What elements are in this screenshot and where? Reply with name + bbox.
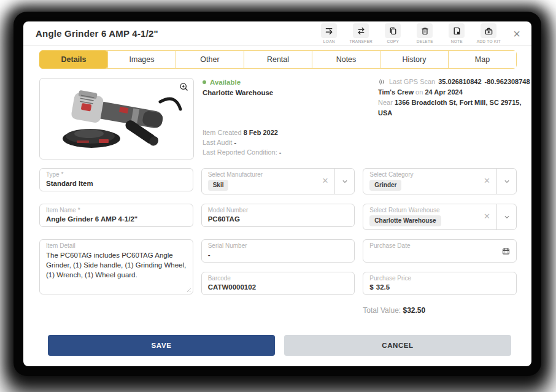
modal-footer: SAVE CANCEL (48, 335, 511, 356)
barcode-field[interactable]: Barcode CATW0000102 (201, 272, 355, 295)
currency-symbol: $ (369, 283, 373, 291)
manufacturer-chip[interactable]: Skil (208, 180, 229, 191)
gps-longitude: -80.962308748 (485, 77, 530, 87)
item-detail-value: The PC60TAG includes PC60TAG Angle Grind… (46, 250, 187, 280)
transfer-arrows-icon (353, 23, 369, 38)
manufacturer-select[interactable]: Select Manufacturer Skil ✕ (201, 168, 355, 194)
tab-other[interactable]: Other (176, 51, 244, 68)
item-created-label: Item Created (203, 129, 242, 136)
gps-near-label: Near (378, 99, 393, 106)
item-created-row: Item Created 8 Feb 2022 (203, 128, 362, 137)
item-meta: Item Created 8 Feb 2022 Last Audit - Las… (203, 128, 362, 157)
status-column: Available Charlotte Warehouse (203, 79, 350, 96)
product-image (40, 79, 193, 159)
barcode-value: CATW0000102 (208, 283, 349, 291)
item-detail-textarea[interactable]: Item Detail The PC60TAG includes PC60TAG… (39, 239, 193, 294)
tab-notes[interactable]: Notes (312, 51, 380, 68)
purchase-price-value: 32.5 (376, 283, 390, 291)
tab-rental[interactable]: Rental (244, 51, 312, 68)
tab-history[interactable]: History (380, 51, 448, 68)
gps-scan-date: 24 Apr 2024 (425, 88, 462, 96)
availability-label: Available (210, 79, 241, 86)
total-value-row: Total Value: $32.50 (363, 306, 517, 315)
loan-button[interactable]: LOAN (315, 23, 342, 44)
tab-map[interactable]: Map (448, 51, 516, 68)
gps-address-row: Near 1366 Broadcloth St, Fort Mill, SC 2… (378, 98, 533, 118)
model-number-value: PC60TAG (208, 215, 349, 223)
category-chip[interactable]: Grinder (369, 180, 401, 191)
item-title: Angle Grinder 6 AMP 4-1/2" (36, 28, 315, 39)
copy-button[interactable]: COPY (379, 23, 406, 44)
return-warehouse-clear-icon[interactable]: ✕ (484, 212, 490, 221)
status-dot-icon (203, 80, 206, 84)
resize-handle[interactable] (185, 286, 191, 292)
gps-signal-icon (378, 78, 386, 86)
trash-icon (417, 23, 433, 38)
gps-address: 1366 Broadcloth St, Fort Mill, SC 29715,… (378, 99, 522, 117)
cancel-button[interactable]: CANCEL (284, 335, 511, 356)
page-background: Angle Grinder 6 AMP 4-1/2" LOAN TRANSFER (0, 0, 556, 392)
modal-header: Angle Grinder 6 AMP 4-1/2" LOAN TRANSFER (23, 21, 531, 46)
gps-scan-row: Last GPS Scan 35.026810842 -80.962308748 (378, 77, 533, 87)
item-summary-section: Available Charlotte Warehouse Item Creat… (39, 77, 517, 159)
copy-label: COPY (387, 39, 400, 44)
manufacturer-clear-icon[interactable]: ✕ (322, 176, 328, 185)
close-icon[interactable]: × (511, 28, 523, 40)
magnifier-zoom-icon[interactable] (179, 82, 189, 94)
category-clear-icon[interactable]: ✕ (484, 176, 490, 185)
transfer-label: TRANSFER (350, 39, 373, 44)
note-label: NOTE (451, 39, 463, 44)
gps-column: Last GPS Scan 35.026810842 -80.962308748… (378, 77, 533, 118)
last-audit-label: Last Audit (203, 139, 232, 146)
type-label: Type * (46, 171, 187, 179)
loan-label: LOAN (323, 39, 335, 44)
delete-button[interactable]: DELETE (411, 23, 438, 44)
delete-label: DELETE (417, 39, 433, 44)
toolbar-actions: LOAN TRANSFER COPY (315, 23, 502, 44)
gps-on-word: on (415, 88, 423, 96)
last-reported-value: - (279, 148, 282, 156)
item-name-label: Item Name * (46, 207, 187, 214)
type-value: Standard Item (46, 179, 187, 188)
model-number-label: Model Number (208, 207, 349, 214)
item-detail-modal: Angle Grinder 6 AMP 4-1/2" LOAN TRANSFER (23, 21, 531, 366)
toolbox-plus-icon (481, 23, 496, 38)
note-button[interactable]: NOTE (443, 23, 470, 44)
return-warehouse-chip[interactable]: Charlotte Warehouse (369, 215, 441, 226)
copy-pages-icon (385, 23, 401, 38)
category-select[interactable]: Select Category Grinder ✕ (363, 168, 517, 194)
manufacturer-chevron-down-icon[interactable] (334, 169, 354, 194)
save-button[interactable]: SAVE (48, 335, 275, 356)
serial-number-field[interactable]: Serial Number - (201, 239, 355, 263)
loan-arrow-icon (321, 23, 337, 38)
tab-bar: Details Images Other Rental Notes Histor… (39, 50, 517, 69)
serial-number-label: Serial Number (208, 242, 349, 250)
right-column-stack: Purchase Date Purchase Price $ 32.5 Tota… (363, 239, 517, 315)
last-reported-row: Last Reported Condition: - (203, 147, 362, 157)
purchase-date-field[interactable]: Purchase Date (363, 239, 517, 263)
model-number-field[interactable]: Model Number PC60TAG (201, 204, 355, 227)
item-name-value: Angle Grinder 6 AMP 4-1/2" (46, 215, 187, 223)
item-name-field[interactable]: Item Name * Angle Grinder 6 AMP 4-1/2" (39, 204, 193, 227)
purchase-price-field[interactable]: Purchase Price $ 32.5 (363, 272, 517, 295)
tab-details[interactable]: Details (39, 50, 108, 69)
gps-crew: Tim's Crew (378, 88, 414, 96)
total-value-label: Total Value: (363, 306, 401, 315)
add-to-kit-button[interactable]: ADD TO KIT (475, 23, 502, 44)
calendar-icon[interactable] (501, 247, 511, 258)
availability-status: Available (203, 79, 350, 86)
category-chevron-down-icon[interactable] (496, 169, 516, 194)
tab-images[interactable]: Images (107, 51, 176, 68)
serial-number-value: - (208, 250, 349, 259)
item-detail-label: Item Detail (46, 242, 187, 250)
return-warehouse-select[interactable]: Select Return Warehouse Charlotte Wareho… (363, 204, 517, 230)
return-warehouse-chevron-down-icon[interactable] (496, 204, 516, 229)
transfer-button[interactable]: TRANSFER (347, 23, 374, 44)
gps-latitude: 35.026810842 (438, 77, 481, 87)
add-to-kit-label: ADD TO KIT (477, 39, 501, 44)
type-field[interactable]: Type * Standard Item (39, 168, 193, 191)
middle-column-stack: Serial Number - Barcode CATW0000102 (201, 239, 355, 295)
gps-scan-label: Last GPS Scan (389, 77, 435, 87)
total-value-amount: $32.50 (403, 306, 426, 315)
purchase-price-label: Purchase Price (369, 275, 510, 282)
